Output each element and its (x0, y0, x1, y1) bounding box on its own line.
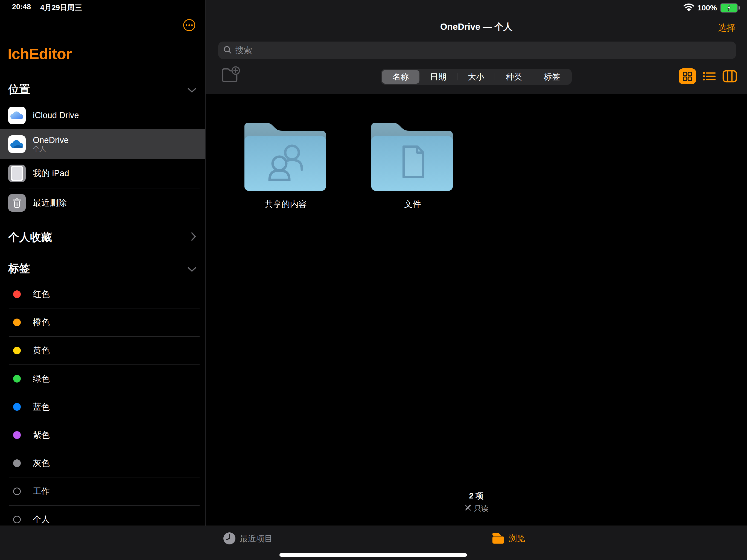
folder-name: 文件 (404, 199, 421, 210)
sort-option-name[interactable]: 名称 (382, 70, 419, 84)
tag-color-dot (13, 459, 21, 467)
home-indicator[interactable] (279, 553, 467, 557)
view-mode-buttons (679, 68, 737, 84)
sidebar-section-locations[interactable]: 位置 (8, 81, 196, 97)
sort-option-kind[interactable]: 种类 (495, 70, 533, 84)
status-bar-right: 100% (684, 3, 740, 13)
sidebar-tag-yellow[interactable]: 黄色 (0, 336, 205, 364)
folder-files[interactable]: 文件 (366, 120, 459, 210)
sidebar-item-label: iCloud Drive (33, 110, 79, 120)
tab-recents-label: 最近项目 (240, 533, 273, 544)
sidebar-section-favorites[interactable]: 个人收藏 (8, 229, 196, 245)
search-placeholder: 搜索 (235, 45, 252, 56)
wifi-icon (684, 3, 694, 13)
sidebar-tag-green[interactable]: 绿色 (0, 364, 205, 393)
sort-option-size[interactable]: 大小 (458, 70, 495, 84)
status-time: 20:48 (12, 3, 31, 12)
sort-option-date[interactable]: 日期 (419, 70, 457, 84)
sidebar-item-recently-deleted[interactable]: 最近删除 (0, 189, 205, 217)
tab-browse-label: 浏览 (509, 533, 525, 544)
folder-icon (241, 120, 331, 195)
battery-charging-icon (720, 3, 740, 12)
sidebar-section-tags[interactable]: 标签 (8, 260, 196, 276)
chevron-down-icon (187, 83, 196, 96)
sidebar-item-onedrive[interactable]: OneDrive 个人 (0, 129, 205, 159)
tag-color-dot (13, 319, 21, 326)
sidebar: IchEditor 位置 iCloud Drive (0, 0, 206, 560)
sidebar-tag-work[interactable]: 工作 (0, 477, 205, 505)
sidebar-tag-orange[interactable]: 橙色 (0, 308, 205, 336)
tab-browse[interactable]: 浏览 (491, 532, 525, 545)
sidebar-tag-purple[interactable]: 紫色 (0, 421, 205, 449)
chevron-down-icon (187, 262, 196, 275)
list-view-button[interactable] (703, 71, 716, 82)
search-input[interactable]: 搜索 (218, 42, 736, 59)
app-logo: IchEditor (8, 45, 72, 62)
onedrive-icon (8, 135, 26, 153)
sidebar-item-my-ipad[interactable]: 我的 iPad (0, 159, 205, 187)
battery-percent: 100% (697, 4, 717, 12)
main-header: OneDrive — 个人 选择 搜索 名称 日期 大小 (206, 0, 747, 94)
tag-color-dot (13, 375, 21, 383)
tags-header-label: 标签 (8, 261, 30, 276)
bottom-tab-bar: 最近项目 浏览 (0, 526, 747, 560)
sidebar-item-icloud-drive[interactable]: iCloud Drive (0, 102, 205, 129)
page-title: OneDrive — 个人 (206, 21, 747, 33)
locations-header-label: 位置 (8, 82, 30, 97)
ipad-icon (8, 164, 26, 182)
folder-shared-content[interactable]: 共享的内容 (239, 120, 333, 210)
icloud-drive-icon (8, 107, 26, 124)
divider (9, 188, 200, 188)
sidebar-item-label: 我的 iPad (33, 169, 69, 178)
sidebar-item-label: 最近删除 (33, 198, 67, 208)
tag-color-dot (13, 431, 21, 439)
chevron-right-icon (191, 231, 196, 244)
folder-icon (367, 120, 458, 195)
readonly-status: 只读 (206, 504, 747, 513)
trash-icon (8, 194, 26, 212)
pencil-slash-icon (464, 504, 472, 513)
divider (9, 100, 200, 100)
sidebar-tag-gray[interactable]: 灰色 (0, 449, 205, 477)
grid-view-button[interactable] (679, 68, 696, 84)
files-app-screen: 20:48 4月29日周三 100% IchEditor 位置 (0, 0, 747, 560)
tag-color-dot (13, 403, 21, 411)
tag-color-dot (13, 290, 21, 298)
tab-recents[interactable]: 最近项目 (223, 532, 273, 546)
magnifier-icon (223, 45, 232, 55)
tag-color-dot (13, 487, 21, 495)
more-options-button[interactable] (183, 19, 195, 31)
sidebar-item-sublabel: 个人 (33, 145, 69, 153)
readonly-label: 只读 (474, 504, 488, 513)
sidebar-tag-blue[interactable]: 蓝色 (0, 393, 205, 421)
status-date: 4月29日周三 (40, 3, 82, 12)
folder-name: 共享的内容 (265, 199, 307, 210)
tag-color-dot (13, 347, 21, 354)
sidebar-item-label: OneDrive (33, 135, 69, 145)
sidebar-tag-red[interactable]: 红色 (0, 280, 205, 308)
status-bar-left: 20:48 4月29日周三 (12, 3, 82, 12)
sort-option-tags[interactable]: 标签 (533, 70, 571, 84)
clock-icon (223, 532, 236, 546)
new-folder-button[interactable] (220, 66, 242, 86)
select-button[interactable]: 选择 (718, 22, 736, 34)
item-count: 2 项 (206, 490, 747, 502)
sort-segmented-control: 名称 日期 大小 种类 标签 (381, 69, 572, 85)
columns-view-button[interactable] (722, 70, 737, 82)
folder-icon (491, 532, 505, 545)
tag-color-dot (13, 516, 21, 524)
favorites-header-label: 个人收藏 (8, 230, 52, 245)
